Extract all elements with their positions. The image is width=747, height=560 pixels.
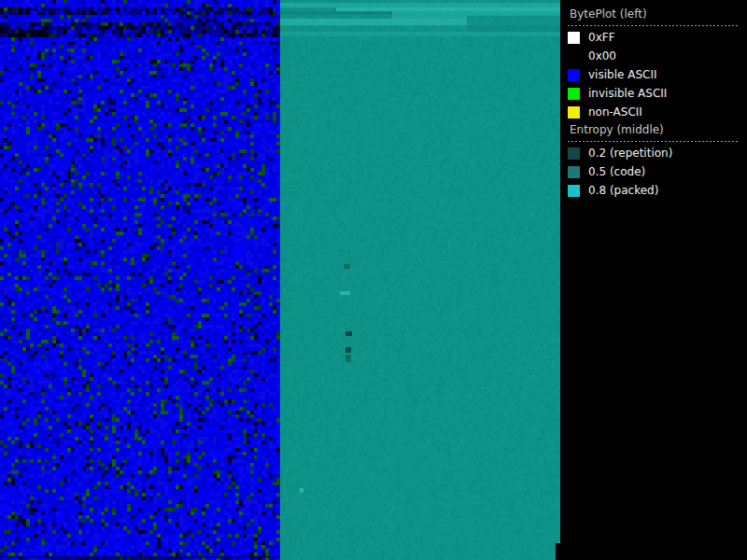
- legend-separator: [568, 25, 740, 26]
- color-swatch-visible-ascii: [568, 69, 580, 81]
- legend-item-non-ascii: non-ASCII: [568, 103, 741, 121]
- legend-item-0x00: 0x00: [568, 47, 741, 65]
- legend-item-label: visible ASCII: [588, 68, 656, 81]
- legend-item-entropy-05: 0.5 (code): [568, 162, 741, 181]
- legend-item-label: 0.5 (code): [588, 165, 645, 178]
- legend-item-0xff: 0xFF: [568, 28, 741, 47]
- legend-item-label: invisible ASCII: [588, 87, 667, 100]
- byteplot-canvas[interactable]: [0, 0, 280, 560]
- legend-item-label: 0x00: [588, 49, 616, 63]
- entropy-canvas[interactable]: [280, 0, 560, 560]
- legend-title-entropy: Entropy (middle): [568, 123, 741, 136]
- legend-separator: [568, 141, 740, 142]
- color-swatch-entropy-02: [568, 147, 580, 160]
- legend-item-label: 0.8 (packed): [588, 184, 658, 197]
- legend-title-byteplot: BytePlot (left): [568, 7, 741, 21]
- color-swatch-0xff: [568, 32, 580, 44]
- color-swatch-entropy-08: [568, 185, 580, 197]
- legend-item-entropy-02: 0.2 (repetition): [568, 144, 741, 162]
- legend-panel: BytePlot (left) 0xFF 0x00 visible ASCII …: [560, 0, 747, 560]
- legend-item-visible-ascii: visible ASCII: [568, 65, 741, 84]
- legend-item-label: 0.2 (repetition): [588, 147, 672, 160]
- color-swatch-0x00: [568, 50, 580, 63]
- color-swatch-non-ascii: [568, 106, 580, 119]
- legend-item-label: non-ASCII: [588, 105, 642, 119]
- legend-item-entropy-08: 0.8 (packed): [568, 181, 741, 200]
- legend-item-label: 0xFF: [588, 31, 615, 44]
- legend-item-invisible-ascii: invisible ASCII: [568, 84, 741, 103]
- color-swatch-invisible-ascii: [568, 88, 580, 100]
- color-swatch-entropy-05: [568, 166, 580, 178]
- binary-visualizer-window: BytePlot (left) 0xFF 0x00 visible ASCII …: [0, 0, 747, 560]
